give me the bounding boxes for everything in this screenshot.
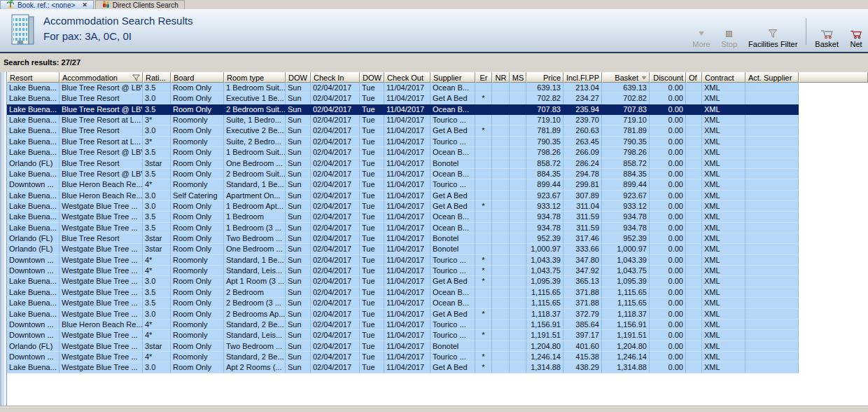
column-header-basket[interactable]: Basket <box>602 72 650 83</box>
cell <box>510 362 526 373</box>
cell <box>686 309 702 320</box>
close-icon[interactable]: ✕ <box>82 1 88 8</box>
cell: Sun <box>286 298 311 308</box>
column-header-incl-fl-pp[interactable]: Incl.Fl.PP <box>564 72 602 83</box>
table-row[interactable]: Lake Buena...Blue Tree Resort3.0Room Onl… <box>7 125 868 136</box>
table-row[interactable]: Lake Buena...Blue Tree Resort @ LBV3.5Ro… <box>7 169 868 179</box>
cell: Standard, 2 Be... <box>224 320 286 330</box>
table-row[interactable]: Lake Buena...Blue Tree Resort @ LBV3.5Ro… <box>7 104 868 115</box>
column-header-board[interactable]: Board <box>171 72 224 83</box>
cell: Sun <box>286 83 311 93</box>
table-row[interactable]: Lake Buena...Blue Tree Resort at L...3*R… <box>7 137 868 147</box>
cell: Tue <box>360 191 384 201</box>
column-header-dow[interactable]: DOW <box>286 72 311 83</box>
table-row[interactable]: Downtown ...Westgate Blue Tree ...4*Room… <box>7 266 868 276</box>
column-header-room-type[interactable]: Room type <box>224 72 286 83</box>
table-row[interactable]: Lake Buena...Blue Heron Beach Re...3.0Se… <box>7 191 868 201</box>
cell: Ocean B... <box>430 169 475 179</box>
column-header-resort[interactable]: Resort <box>7 72 59 83</box>
tab-direct-clients-search[interactable]: Direct Clients Search <box>95 0 185 9</box>
cell <box>510 233 526 244</box>
cell <box>475 233 492 244</box>
table-row[interactable]: Lake Buena...Westgate Blue Tree ...3.0Ro… <box>7 201 868 212</box>
cell: 3.5 <box>143 223 171 233</box>
cell <box>510 276 526 287</box>
cell: Tue <box>360 223 384 233</box>
cell: Apt 1 Room (3 ... <box>224 276 286 287</box>
facilities-filter-button[interactable]: Facilities Filter <box>743 26 803 50</box>
more-button[interactable]: More <box>687 26 715 50</box>
table-row[interactable]: Lake Buena...Westgate Blue Tree ...3.5Ro… <box>7 298 868 308</box>
table-row[interactable]: Lake Buena...Blue Tree Resort @ LBV3.5Ro… <box>7 83 868 93</box>
table-row[interactable]: Orlando (FL)Blue Tree Resort3starRoom On… <box>7 158 868 169</box>
table-row[interactable]: Lake Buena...Blue Tree Resort @ LBV3.5Ro… <box>7 147 868 158</box>
table-row[interactable]: Orlando (FL)Westgate Blue Tree ...3starR… <box>7 341 868 352</box>
cell: 438.29 <box>564 362 602 373</box>
table-row[interactable]: Lake Buena...Westgate Blue Tree ...3.0Ro… <box>7 362 868 373</box>
cell: 311.59 <box>564 223 602 233</box>
cell: Blue Tree Resort <box>59 93 143 104</box>
cell: 3.5 <box>143 287 171 298</box>
cell: Ocean B... <box>430 147 475 158</box>
cell: Suite, 1 Bedro... <box>224 115 286 125</box>
column-header-nr[interactable]: NR <box>492 72 510 83</box>
pax-subtitle: For pax: 3A, 0C, 0I <box>43 30 132 42</box>
basket-button[interactable]: Basket <box>809 26 844 50</box>
cell: 0.00 <box>650 83 686 93</box>
tab-booking-ref[interactable]: Book. ref.: <none> ✕ <box>0 0 94 9</box>
cell <box>746 298 799 308</box>
table-row[interactable]: Lake Buena...Blue Tree Resort3.0Room Onl… <box>7 93 868 104</box>
cell <box>510 352 526 362</box>
table-row[interactable]: Lake Buena...Westgate Blue Tree ...3.5Ro… <box>7 212 868 222</box>
cell <box>510 83 526 93</box>
cell: Tue <box>360 147 384 158</box>
table-row[interactable]: Lake Buena...Blue Tree Resort at L...3*R… <box>7 115 868 125</box>
toolbar: More Stop Facilities Filter Basket Net <box>687 13 868 53</box>
column-header-supplier[interactable]: Supplier <box>430 72 475 83</box>
net-button[interactable]: Net <box>844 26 868 50</box>
column-header-rati-[interactable]: Rati... <box>143 72 171 83</box>
column-header-discount[interactable]: Discount <box>650 72 686 83</box>
cell: Westgate Blue Tree ... <box>59 330 143 341</box>
table-row[interactable]: Downtown ...Blue Heron Beach Re...4*Room… <box>7 179 868 190</box>
cell: XML <box>702 158 746 169</box>
cell: Room Only <box>171 298 224 308</box>
table-row[interactable]: Lake Buena...Westgate Blue Tree ...3.0Ro… <box>7 276 868 287</box>
table-row[interactable]: Lake Buena...Westgate Blue Tree ...3.0Ro… <box>7 309 868 320</box>
table-row[interactable]: Orlando (FL)Westgate Blue Tree ...3starR… <box>7 244 868 254</box>
table-row[interactable]: Orlando (FL)Blue Tree Resort3starRoom On… <box>7 233 868 244</box>
cell: 884.35 <box>526 169 564 179</box>
palm-tree-icon <box>6 0 15 10</box>
cell: 11/04/2017 <box>384 212 430 222</box>
cell: XML <box>702 266 746 276</box>
table-row[interactable]: Downtown ...Westgate Blue Tree ...4*Room… <box>7 330 868 341</box>
column-header-price[interactable]: Price <box>526 72 564 83</box>
column-header-check-in[interactable]: Check In <box>311 72 360 83</box>
stop-button[interactable]: Stop <box>715 26 743 50</box>
column-header-accommodation[interactable]: Accommodation <box>59 72 143 83</box>
column-header-of[interactable]: Of <box>686 72 702 83</box>
table-row[interactable]: Downtown ...Blue Heron Beach Re...4*Room… <box>7 320 868 330</box>
cell: XML <box>702 223 746 233</box>
column-header-ms[interactable]: MS <box>510 72 526 83</box>
cell <box>492 179 510 190</box>
cell: 952.39 <box>526 233 564 244</box>
column-header-dow[interactable]: DOW <box>360 72 384 83</box>
column-header-er[interactable]: Er <box>475 72 492 83</box>
column-header-check-out[interactable]: Check Out <box>384 72 430 83</box>
table-row[interactable]: Downtown ...Westgate Blue Tree ...4*Room… <box>7 352 868 362</box>
cell: 02/04/2017 <box>311 212 360 222</box>
table-row[interactable]: Lake Buena...Westgate Blue Tree ...3.5Ro… <box>7 223 868 233</box>
cell: XML <box>702 201 746 212</box>
filter-funnel-icon[interactable] <box>132 74 140 81</box>
column-header-act-supplier[interactable]: Act. Supplier <box>746 72 799 83</box>
cell: Sun <box>286 223 311 233</box>
table-row[interactable]: Downtown ...Westgate Blue Tree ...4*Room… <box>7 255 868 266</box>
cell: 299.81 <box>564 179 602 190</box>
cell: 0.00 <box>650 158 686 169</box>
cell <box>746 104 799 115</box>
column-header-contract[interactable]: Contract <box>702 72 746 83</box>
cell: Sun <box>286 362 311 373</box>
table-row[interactable]: Lake Buena...Westgate Blue Tree ...3.5Ro… <box>7 287 868 298</box>
cell: 11/04/2017 <box>384 320 430 330</box>
